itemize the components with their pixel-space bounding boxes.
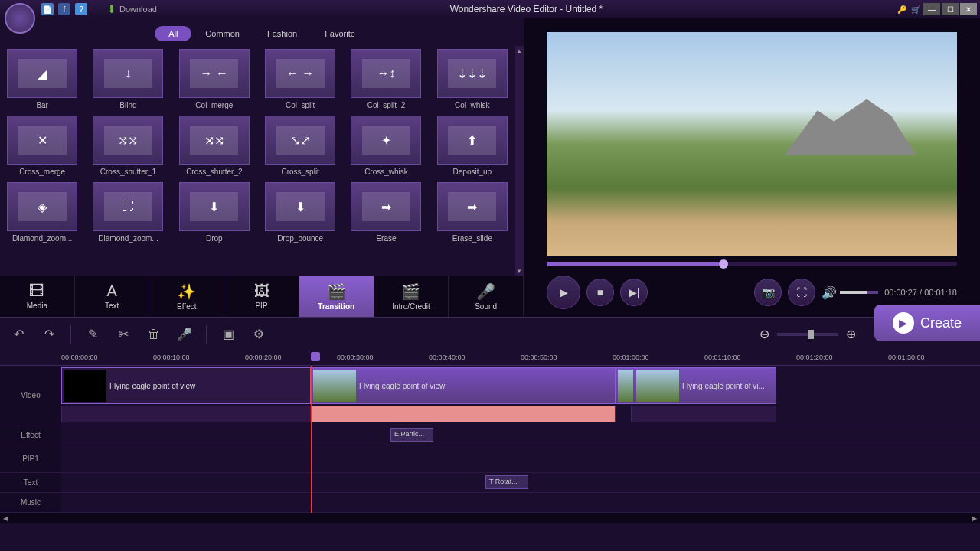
- audio-waveform[interactable]: [311, 406, 616, 422]
- ruler-mark: 00:01:30:00: [888, 350, 980, 365]
- zoom-control[interactable]: ⊖ ⊕: [760, 327, 856, 341]
- transition-item[interactable]: ↓ Blind: [90, 49, 165, 109]
- edit-button[interactable]: ✎: [83, 325, 102, 344]
- next-frame-button[interactable]: ▶|: [620, 279, 648, 306]
- transition-item[interactable]: ⛶ Diamond_zoom...: [90, 182, 165, 243]
- ruler-mark: 00:01:20:00: [796, 350, 888, 365]
- effect-track[interactable]: Effect E Partic...: [0, 425, 980, 445]
- transition-item[interactable]: ⬆ Deposit_up: [435, 116, 510, 176]
- key-icon[interactable]: 🔑: [896, 3, 908, 15]
- video-track[interactable]: Video Flying eagle point of view Flying …: [0, 366, 980, 425]
- progress-handle[interactable]: [719, 259, 728, 269]
- video-clip[interactable]: Flying eagle point of vi...: [616, 367, 776, 404]
- redo-button[interactable]: ↷: [40, 325, 58, 344]
- zoom-in-icon[interactable]: ⊕: [846, 327, 856, 341]
- help-icon[interactable]: ?: [75, 3, 87, 15]
- crop-button[interactable]: ▣: [219, 325, 237, 344]
- transition-scrollbar[interactable]: ▲ ▼: [514, 46, 524, 276]
- module-tab-sound[interactable]: 🎤 Sound: [449, 276, 524, 317]
- playhead-marker[interactable]: [311, 352, 320, 361]
- scroll-up-icon[interactable]: ▲: [514, 46, 524, 55]
- zoom-handle[interactable]: [808, 330, 814, 339]
- transition-item[interactable]: ↔↕ Col_split_2: [348, 49, 423, 109]
- stop-button[interactable]: ■: [586, 279, 614, 306]
- documents-icon[interactable]: 📄: [41, 3, 54, 15]
- transition-item[interactable]: ⤡⤢ Cross_split: [263, 116, 338, 176]
- module-label: Effect: [177, 302, 196, 311]
- module-icon: 🎬: [327, 282, 346, 301]
- text-clip[interactable]: T Rotat...: [485, 475, 528, 489]
- filter-tab-common[interactable]: Common: [191, 26, 253, 41]
- timeline-ruler[interactable]: 00:00:00:0000:00:10:0000:00:20:0000:00:3…: [0, 350, 980, 366]
- transition-label: Col_merge: [195, 101, 233, 109]
- text-track[interactable]: Text T Rotat...: [0, 473, 980, 493]
- voiceover-button[interactable]: 🎤: [175, 325, 194, 344]
- maximize-button[interactable]: ☐: [942, 3, 959, 15]
- filter-tab-all[interactable]: All: [155, 26, 191, 41]
- scroll-down-icon[interactable]: ▼: [514, 266, 524, 276]
- cut-button[interactable]: ✂: [114, 325, 132, 344]
- module-tab-effect[interactable]: ✨ Effect: [149, 276, 224, 317]
- undo-button[interactable]: ↶: [9, 325, 28, 344]
- transition-item[interactable]: ✦ Cross_whisk: [348, 116, 423, 176]
- audio-waveform[interactable]: [61, 406, 311, 422]
- play-button[interactable]: ▶: [547, 276, 580, 309]
- zoom-out-icon[interactable]: ⊖: [760, 327, 769, 341]
- transition-item[interactable]: ➡ Erase: [348, 182, 423, 243]
- module-label: Media: [27, 302, 47, 310]
- preview-progress[interactable]: [547, 262, 957, 266]
- transition-item[interactable]: ◢ Bar: [5, 49, 80, 109]
- module-tab-media[interactable]: 🎞 Media: [0, 276, 75, 317]
- filter-tab-fashion[interactable]: Fashion: [253, 26, 311, 41]
- delete-button[interactable]: 🗑: [145, 325, 163, 344]
- transition-item[interactable]: ⬇ Drop: [177, 182, 252, 243]
- close-button[interactable]: ✕: [960, 3, 977, 15]
- titlebar: 📄 f ? ⬇ Download Wondershare Video Edito…: [0, 0, 980, 18]
- filter-tab-favorite[interactable]: Favorite: [311, 26, 369, 41]
- time-display: 00:00:27 / 00:01:18: [884, 288, 957, 297]
- transition-thumbnail: ⤡⤢: [265, 116, 335, 165]
- cart-icon[interactable]: 🛒: [910, 3, 922, 15]
- transition-item[interactable]: ⤭⤭ Cross_shutter_1: [90, 116, 165, 176]
- transition-item[interactable]: ⇣⇣⇣ Col_whisk: [435, 49, 510, 109]
- facebook-icon[interactable]: f: [58, 3, 70, 15]
- preview-video[interactable]: [547, 32, 957, 256]
- timeline-scrollbar[interactable]: ◀ ▶: [0, 513, 980, 523]
- transition-item[interactable]: ← → Col_split: [263, 49, 338, 109]
- pip-track[interactable]: PIP1: [0, 445, 980, 473]
- transition-grid: ◢ Bar ↓ Blind → ← Col_merge ← → Col_spli…: [0, 46, 514, 276]
- module-icon: 🎬: [401, 282, 420, 301]
- music-track[interactable]: Music: [0, 493, 980, 513]
- module-tab-text[interactable]: A Text: [75, 276, 150, 317]
- volume-control[interactable]: 🔊: [822, 285, 878, 300]
- video-clip[interactable]: Flying eagle point of view: [311, 367, 616, 404]
- transition-item[interactable]: → ← Col_merge: [177, 49, 252, 109]
- scroll-right-icon[interactable]: ▶: [969, 515, 980, 522]
- settings-button[interactable]: ⚙: [250, 325, 268, 344]
- snapshot-button[interactable]: 📷: [754, 279, 782, 306]
- transition-item[interactable]: ◈ Diamond_zoom...: [5, 182, 80, 243]
- ruler-mark: 00:00:00:00: [61, 350, 153, 365]
- ruler-mark: 00:01:10:00: [704, 350, 796, 365]
- ruler-mark: 00:00:40:00: [429, 350, 521, 365]
- download-button[interactable]: ⬇ Download: [107, 3, 157, 15]
- transition-label: Diamond_zoom...: [98, 234, 158, 243]
- app-logo[interactable]: [5, 3, 35, 34]
- scroll-left-icon[interactable]: ◀: [0, 515, 11, 522]
- transition-item[interactable]: ✕ Cross_merge: [5, 116, 80, 176]
- video-clip[interactable]: Flying eagle point of view: [61, 367, 311, 404]
- module-tab-transition[interactable]: 🎬 Transition: [299, 276, 374, 317]
- create-button[interactable]: ▶ Create: [874, 305, 980, 341]
- fullscreen-button[interactable]: ⛶: [788, 279, 815, 306]
- module-tab-pip[interactable]: 🖼 PIP: [224, 276, 299, 317]
- transition-item[interactable]: ⤨⤨ Cross_shutter_2: [177, 116, 252, 176]
- audio-waveform[interactable]: [631, 406, 776, 422]
- module-icon: 🎞: [29, 282, 44, 300]
- transition-item[interactable]: ⬇ Drop_bounce: [263, 182, 338, 243]
- playhead[interactable]: [311, 366, 312, 513]
- effect-clip[interactable]: E Partic...: [390, 428, 433, 442]
- minimize-button[interactable]: —: [923, 3, 940, 15]
- transition-item[interactable]: ➡ Erase_slide: [435, 182, 510, 243]
- module-tab-intro-credit[interactable]: 🎬 Intro/Credit: [374, 276, 449, 317]
- module-label: Transition: [318, 302, 354, 311]
